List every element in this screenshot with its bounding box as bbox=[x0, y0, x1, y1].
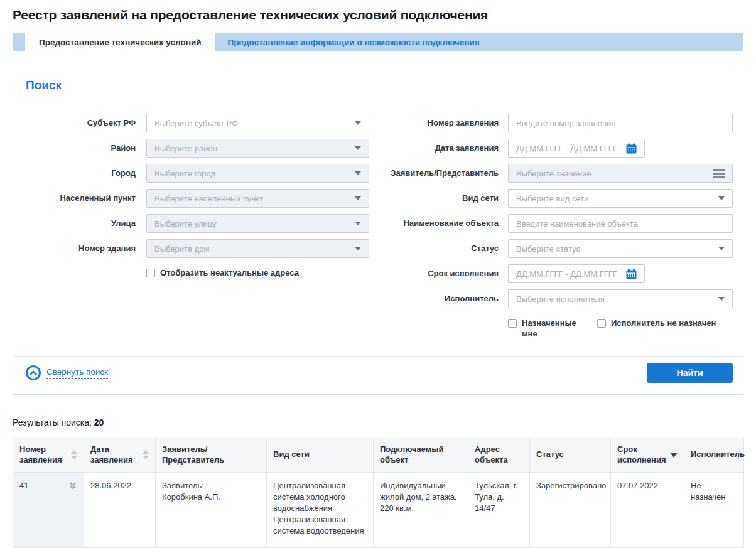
chevron-down-icon bbox=[355, 222, 361, 225]
deadline-range-input[interactable]: ДД.ММ.ГГГГ - ДД.ММ.ГГГГ bbox=[508, 264, 645, 283]
settlement-select[interactable]: Выберите населенный пункт bbox=[146, 189, 369, 208]
chevron-down-icon bbox=[355, 196, 361, 200]
chevron-down-icon bbox=[355, 146, 361, 150]
status-label: Статус bbox=[382, 239, 499, 253]
column-header-applicant[interactable]: Заявитель/Представитель bbox=[156, 438, 267, 472]
chevron-down-icon bbox=[355, 171, 361, 175]
object-name-input[interactable]: Введите наименование объекта bbox=[508, 214, 733, 233]
search-panel-footer: Свернуть поиск Найти bbox=[13, 356, 743, 394]
settlement-label: Населенный пункт bbox=[26, 189, 136, 203]
chevron-down-icon bbox=[718, 196, 725, 200]
find-button[interactable]: Найти bbox=[647, 363, 733, 383]
network-type-label: Вид сети bbox=[382, 189, 499, 203]
cell-deadline: 07.07.2022 bbox=[611, 472, 684, 544]
applicant-picker[interactable]: Выберите значение bbox=[508, 164, 733, 183]
building-number-label: Номер здания bbox=[26, 239, 136, 253]
collapse-search-link[interactable]: Свернуть поиск bbox=[46, 367, 108, 379]
executor-select[interactable]: Выберите исполнителя bbox=[508, 289, 733, 308]
applicant-label: Заявитель/Представитель bbox=[382, 164, 499, 178]
calendar-icon[interactable] bbox=[626, 143, 637, 154]
hamburger-icon[interactable] bbox=[713, 169, 725, 178]
search-title: Поиск bbox=[26, 78, 743, 92]
sort-icon[interactable] bbox=[71, 450, 77, 459]
assigned-to-me-checkbox[interactable] bbox=[508, 319, 517, 328]
search-form-left-column: Субъект РФ Выберите субъект РФ Район Выб… bbox=[26, 114, 369, 340]
tab-bar: Предоставление технических условий Предо… bbox=[13, 33, 743, 51]
tab-technical-conditions[interactable]: Предоставление технических условий bbox=[25, 33, 215, 51]
street-select[interactable]: Выберите улицу bbox=[146, 214, 369, 233]
search-form: Субъект РФ Выберите субъект РФ Район Выб… bbox=[13, 92, 743, 356]
column-header-connected-object[interactable]: Подключаемый объект bbox=[374, 438, 468, 472]
deadline-label: Срок исполнения bbox=[382, 264, 499, 278]
search-panel: Поиск Субъект РФ Выберите субъект РФ Рай… bbox=[13, 62, 743, 395]
cell-applicant: Заявитель: Коробкина А.П. bbox=[156, 472, 267, 544]
cell-status: Зарегистрировано bbox=[530, 472, 611, 544]
district-label: Район bbox=[26, 139, 136, 153]
applications-table: Номер заявления Дата заявления Заявитель… bbox=[13, 438, 744, 548]
column-header-status[interactable]: Статус bbox=[530, 438, 611, 472]
chevron-down-icon bbox=[355, 247, 361, 250]
object-name-label: Наименование объекта bbox=[382, 214, 499, 228]
column-header-application-number[interactable]: Номер заявления bbox=[13, 438, 84, 472]
subject-rf-label: Субъект РФ bbox=[26, 114, 136, 127]
table-row-partial bbox=[13, 544, 744, 548]
street-label: Улица bbox=[26, 214, 136, 228]
chevron-down-icon bbox=[718, 297, 725, 301]
executor-not-assigned-label: Исполнитель не назначен bbox=[611, 318, 716, 329]
show-inactive-addresses-option: Отобразить неактуальные адреса bbox=[146, 268, 299, 279]
executor-not-assigned-checkbox[interactable] bbox=[597, 319, 606, 328]
search-form-right-column: Номер заявления Введите номер заявления … bbox=[382, 114, 733, 340]
cell-network-type: Централизованная система холодного водос… bbox=[267, 472, 374, 544]
page-title: Реестр заявлений на предоставление техни… bbox=[13, 8, 743, 23]
collapse-search[interactable]: Свернуть поиск bbox=[26, 365, 108, 380]
calendar-icon[interactable] bbox=[626, 269, 637, 279]
subject-rf-select[interactable]: Выберите субъект РФ bbox=[146, 114, 369, 132]
assigned-to-me-label: Назначенные мне bbox=[522, 318, 580, 340]
sort-icon[interactable] bbox=[143, 450, 149, 459]
show-inactive-addresses-label: Отобразить неактуальные адреса bbox=[160, 268, 299, 279]
application-number-input[interactable]: Введите номер заявления bbox=[508, 114, 733, 132]
sort-desc-icon[interactable] bbox=[670, 453, 678, 458]
cell-application-date: 28.06.2022 bbox=[84, 472, 156, 544]
results-summary: Результаты поиска: 20 bbox=[13, 417, 743, 427]
chevron-up-circle-icon[interactable] bbox=[26, 365, 41, 380]
chevron-down-icon bbox=[718, 247, 725, 250]
cell-application-number: 41 bbox=[13, 472, 84, 544]
results-label: Результаты поиска: bbox=[13, 417, 92, 427]
city-label: Город bbox=[26, 164, 136, 178]
column-header-network-type[interactable]: Вид сети bbox=[267, 438, 374, 472]
tab-connection-possibility-info[interactable]: Предоставление информации о возможности … bbox=[228, 33, 480, 51]
district-select[interactable]: Выберите район bbox=[146, 139, 369, 158]
column-header-application-date[interactable]: Дата заявления bbox=[84, 438, 156, 472]
column-header-executor[interactable]: Исполнитель bbox=[684, 438, 744, 472]
expand-row-icon[interactable] bbox=[68, 481, 77, 490]
city-select[interactable]: Выберите город bbox=[146, 164, 369, 183]
show-inactive-addresses-checkbox[interactable] bbox=[146, 269, 155, 277]
column-header-object-address[interactable]: Адрес объекта bbox=[468, 438, 530, 472]
executor-not-assigned-option: Исполнитель не назначен bbox=[597, 318, 716, 329]
cell-connected-object: Индивидуальный жилой дом, 2 этажа, 220 к… bbox=[374, 472, 468, 544]
application-date-label: Дата заявления bbox=[382, 139, 499, 153]
executor-label: Исполнитель bbox=[382, 289, 499, 303]
status-select[interactable]: Выберите статус bbox=[508, 239, 733, 258]
application-date-range-input[interactable]: ДД.ММ.ГГГГ - ДД.ММ.ГГГГ bbox=[508, 139, 645, 158]
table-row: 41 28.06.2022 Заявитель: Коробкина А.П. … bbox=[13, 472, 744, 544]
column-header-deadline[interactable]: Срок исполнения bbox=[611, 438, 684, 472]
cell-executor: Не назначен bbox=[684, 472, 744, 544]
building-number-select[interactable]: Выберите дом bbox=[146, 239, 369, 258]
network-type-select[interactable]: Выберите вид сети bbox=[508, 189, 733, 208]
chevron-down-icon bbox=[355, 121, 361, 125]
assigned-to-me-option: Назначенные мне bbox=[508, 318, 597, 340]
application-number-label: Номер заявления bbox=[382, 114, 499, 127]
results-count: 20 bbox=[94, 417, 104, 427]
table-header-row: Номер заявления Дата заявления Заявитель… bbox=[13, 438, 744, 472]
cell-object-address: Тульская, г. Тула, д. 14/47 bbox=[468, 472, 530, 544]
